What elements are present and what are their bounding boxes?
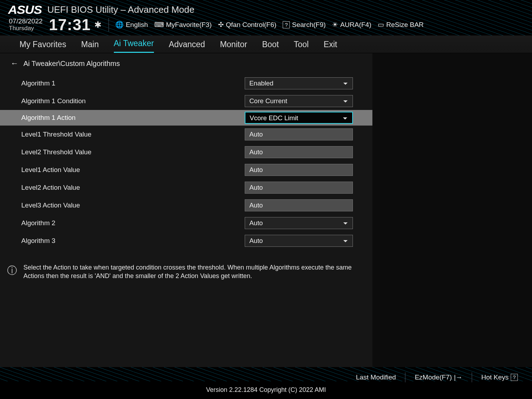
search-label: Search(F9) [292, 21, 326, 29]
tab-boot[interactable]: Boot [262, 40, 279, 53]
dropdown-field[interactable]: Core Current [245, 95, 353, 107]
setting-row: Level2 Threshold ValueAuto [0, 143, 372, 161]
settings-icon[interactable]: ✱ [94, 20, 101, 30]
copyright-text: Version 2.22.1284 Copyright (C) 2022 AMI [0, 384, 532, 397]
tab-advanced[interactable]: Advanced [169, 40, 205, 53]
resizebar-label: ReSize BAR [386, 21, 424, 29]
tab-ai-tweaker[interactable]: Ai Tweaker [114, 39, 154, 53]
tab-monitor[interactable]: Monitor [220, 40, 247, 53]
exit-icon: |→ [454, 373, 462, 381]
breadcrumb: Ai Tweaker\Custom Algorithms [23, 60, 120, 68]
date: 07/28/2022 [9, 18, 43, 25]
hotkeys-label: Hot Keys [481, 373, 509, 381]
tab-tool[interactable]: Tool [294, 40, 309, 53]
setting-row: Level1 Action ValueAuto [0, 161, 372, 179]
setting-label: Level3 Action Value [21, 201, 245, 209]
page-title: UEFI BIOS Utility – Advanced Mode [47, 4, 194, 15]
aura-label: AURA(F4) [340, 21, 371, 29]
tab-main[interactable]: Main [81, 40, 99, 53]
myfavorite-label: MyFavorite(F3) [166, 21, 212, 29]
setting-row: Algorithm 1 ConditionCore Current [0, 92, 372, 110]
text-field[interactable]: Auto [245, 199, 353, 211]
setting-row: Level1 Threshold ValueAuto [0, 126, 372, 143]
setting-label: Level1 Threshold Value [21, 131, 245, 138]
setting-row: Algorithm 2Auto [0, 214, 372, 232]
text-field[interactable]: Auto [245, 182, 353, 194]
aura-icon: ☀ [332, 21, 338, 29]
resizebar-button[interactable]: ▭ ReSize BAR [378, 21, 424, 29]
setting-label: Algorithm 1 Condition [21, 97, 245, 105]
globe-icon: 🌐 [115, 21, 124, 29]
language-label: English [126, 21, 148, 29]
text-field[interactable]: Auto [245, 146, 353, 158]
help-panel: ⓘ Select the Action to take when targete… [0, 257, 372, 287]
resizebar-icon: ▭ [378, 21, 384, 29]
text-field[interactable]: Auto [245, 164, 353, 176]
info-bar: 07/28/2022 Thursday 17:31 ✱ 🌐 English ⌨ … [0, 16, 532, 35]
setting-label: Level2 Action Value [21, 184, 245, 192]
last-modified-label: Last Modified [356, 373, 396, 381]
clock: 17:31 [49, 16, 91, 34]
dropdown-field[interactable]: Vcore EDC Limit [245, 112, 353, 124]
setting-row: Algorithm 1 ActionVcore EDC Limit [0, 110, 372, 126]
qfan-button[interactable]: ✣ Qfan Control(F6) [218, 21, 277, 29]
setting-row: Level3 Action ValueAuto [0, 196, 372, 214]
ezmode-button[interactable]: EzMode(F7) |→ [415, 373, 462, 381]
fan-icon: ✣ [218, 21, 224, 29]
search-button[interactable]: ? Search(F9) [283, 21, 326, 29]
setting-label: Level1 Action Value [21, 166, 245, 174]
setting-row: Algorithm 3Auto [0, 232, 372, 250]
tab-my-favorites[interactable]: My Favorites [20, 40, 66, 53]
info-icon: ⓘ [7, 264, 17, 277]
keyboard-icon: ⌨ [154, 21, 164, 29]
setting-row: Algorithm 1Enabled [0, 74, 372, 92]
footer: Last Modified EzMode(F7) |→ Hot Keys ? V… [0, 367, 532, 399]
weekday: Thursday [9, 25, 43, 32]
language-selector[interactable]: 🌐 English [115, 21, 148, 29]
settings-list: Algorithm 1EnabledAlgorithm 1 ConditionC… [0, 74, 372, 250]
title-bar: ASUS UEFI BIOS Utility – Advanced Mode [0, 0, 532, 16]
question-icon: ? [283, 21, 290, 28]
aura-button[interactable]: ☀ AURA(F4) [332, 21, 371, 29]
qfan-label: Qfan Control(F6) [226, 21, 277, 29]
question-icon: ? [511, 374, 518, 381]
dropdown-field[interactable]: Auto [245, 235, 353, 247]
tab-exit[interactable]: Exit [323, 40, 337, 53]
side-panel [372, 53, 532, 367]
setting-label: Algorithm 1 Action [21, 114, 245, 122]
hotkeys-button[interactable]: Hot Keys ? [481, 373, 518, 381]
help-text: Select the Action to take when targeted … [23, 263, 362, 281]
setting-label: Level2 Threshold Value [21, 148, 245, 156]
brand-logo: ASUS [8, 3, 42, 17]
setting-label: Algorithm 1 [21, 79, 245, 87]
setting-label: Algorithm 2 [21, 219, 245, 227]
ezmode-label: EzMode(F7) [415, 373, 452, 381]
setting-row: Level2 Action ValueAuto [0, 179, 372, 196]
setting-label: Algorithm 3 [21, 237, 245, 245]
back-arrow-icon[interactable]: ← [11, 59, 18, 68]
dropdown-field[interactable]: Auto [245, 217, 353, 229]
datetime-block: 07/28/2022 Thursday [9, 18, 43, 32]
text-field[interactable]: Auto [245, 128, 353, 140]
main-tabs: My FavoritesMainAi TweakerAdvancedMonito… [0, 35, 532, 53]
myfavorite-button[interactable]: ⌨ MyFavorite(F3) [154, 21, 212, 29]
dropdown-field[interactable]: Enabled [245, 77, 353, 89]
last-modified-button[interactable]: Last Modified [356, 373, 396, 381]
